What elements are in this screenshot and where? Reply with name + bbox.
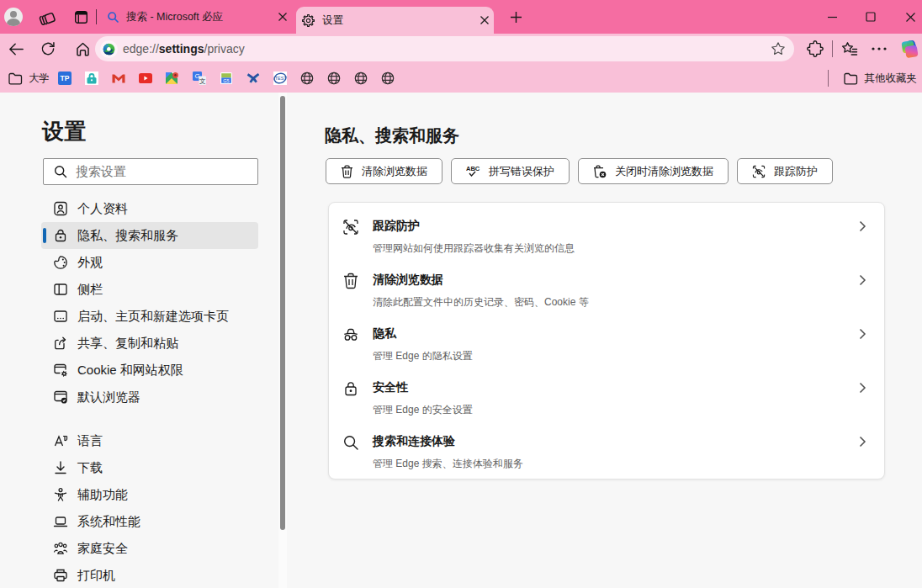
- svg-text:ITEST: ITEST: [273, 76, 287, 81]
- svg-text:G5: G5: [223, 78, 229, 83]
- svg-text:ABC: ABC: [466, 165, 480, 172]
- svg-text:文: 文: [199, 77, 206, 85]
